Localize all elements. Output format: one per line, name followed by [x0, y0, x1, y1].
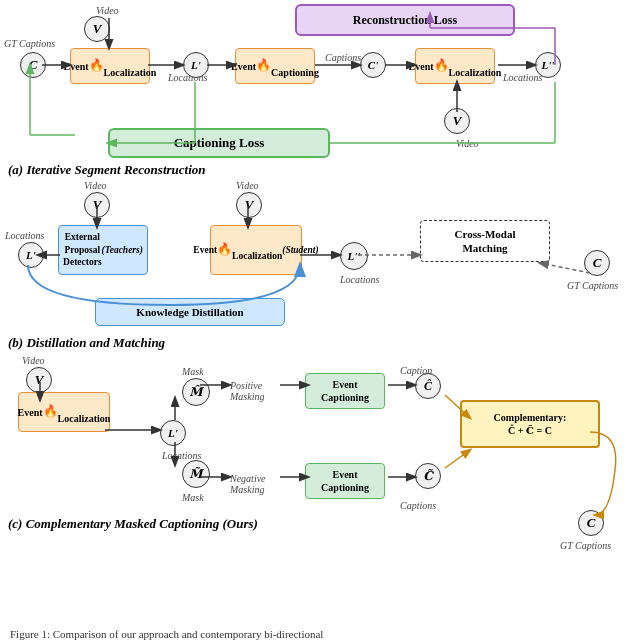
captioning-loss: Captioning Loss: [108, 128, 330, 158]
event-cap-c2: EventCaptioning: [305, 463, 385, 499]
section-b-title: (b) Distillation and Matching: [8, 335, 165, 351]
reconstruction-loss: Reconstruction Loss: [295, 4, 515, 36]
v-circle-b2: V: [236, 192, 262, 218]
c-circle-c: C: [578, 510, 604, 536]
captions-label-c: Captions: [400, 500, 436, 511]
video-label-a2: Video: [456, 138, 479, 149]
svg-line-34: [445, 450, 470, 468]
c-circle-b: C: [584, 250, 610, 276]
mask-hat-label: Mask: [182, 366, 204, 377]
cross-modal-matching: Cross-ModalMatching: [420, 220, 550, 262]
m-hat-c: M̂: [182, 378, 210, 406]
event-loc-c: Event 🔥Localization: [18, 392, 110, 432]
c-prime-a: C': [360, 52, 386, 78]
l-prime-b: L': [18, 242, 44, 268]
event-loc-student: Event 🔥Localization(Student): [210, 225, 302, 275]
l-prime-c: L': [160, 420, 186, 446]
event-cap-c1: EventCaptioning: [305, 373, 385, 409]
complementary-box: Complementary:Ĉ + C̃ = C: [460, 400, 600, 448]
main-container: GT Captions C Video V Event 🔥Localizatio…: [0, 0, 640, 644]
mask-tilde-label: Mask: [182, 492, 204, 503]
video-label-c: Video: [22, 355, 45, 366]
c-circle-a: C: [20, 52, 46, 78]
section-a-title: (a) Iterative Segment Reconstruction: [8, 162, 206, 178]
c-tilde-c: C̃: [415, 463, 441, 489]
video-label-a: Video: [96, 5, 119, 16]
event-cap-1: Event 🔥Captioning: [235, 48, 315, 84]
l-double-prime-a: L'': [535, 52, 561, 78]
section-c-title: (c) Complementary Masked Captioning (Our…: [8, 516, 258, 532]
gt-captions-label-a: GT Captions: [4, 38, 55, 49]
svg-line-22: [540, 263, 590, 273]
captions-label-a: Captions: [325, 52, 361, 63]
v-circle-c: V: [26, 367, 52, 393]
l-double-prime-b: L'': [340, 242, 368, 270]
event-loc-1: Event 🔥Localization: [70, 48, 150, 84]
event-loc-2: Event 🔥Localization: [415, 48, 495, 84]
external-proposal: External ProposalDetectors(Teachers): [58, 225, 148, 275]
locations-label-a2: Locations: [503, 72, 542, 83]
locations-label-b1: Locations: [5, 230, 44, 241]
negative-masking: NegativeMasking: [230, 473, 266, 495]
knowledge-distillation: Knowledge Distillation: [95, 298, 285, 326]
v-circle-a2: V: [444, 108, 470, 134]
positive-masking: PositiveMasking: [230, 380, 264, 402]
video-label-b2: Video: [236, 180, 259, 191]
gt-captions-c: GT Captions: [560, 540, 611, 551]
l-prime-a: L': [183, 52, 209, 78]
m-tilde-c: M̃: [182, 460, 210, 488]
locations-label-b2: Locations: [340, 274, 379, 285]
gt-captions-b: GT Captions: [567, 280, 618, 291]
video-label-b1: Video: [84, 180, 107, 191]
v-circle-b1: V: [84, 192, 110, 218]
v-circle-a: V: [84, 16, 110, 42]
c-hat-c: Ĉ: [415, 373, 441, 399]
figure-caption: Figure 1: Comparison of our approach and…: [10, 628, 323, 640]
